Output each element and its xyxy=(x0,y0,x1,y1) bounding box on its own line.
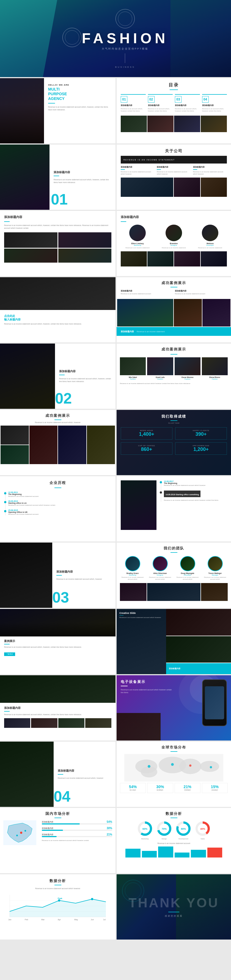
svg-text:Peak: Peak xyxy=(58,897,62,899)
creative-title: Creative Slide xyxy=(119,612,161,614)
stat1-val: 1,400+ xyxy=(123,431,170,437)
index-num1: 01 xyxy=(122,97,126,101)
slide9-title: 添加标题内容 xyxy=(56,570,111,574)
slide3-bignum: 01 xyxy=(51,192,68,207)
profile1: Ellen Lindsey Marketing Revenue is an in… xyxy=(121,224,154,248)
tl-event1: The Beginning xyxy=(8,493,111,495)
china-pct2: 30% xyxy=(107,827,112,830)
hello-label: HELLO! WE ARE xyxy=(48,84,111,86)
index-text1: Revenue is an account which, however cer… xyxy=(121,108,146,112)
stat4: APP DOWNLOAD 1,200+ xyxy=(175,442,227,455)
device-slide: 电子设备展示 Revenue is an income statement ac… xyxy=(117,675,231,740)
camera-text: Revenue is an income statement account w… xyxy=(4,323,111,325)
slide3-title: 添加标题内容 xyxy=(54,170,111,174)
team-grid-text: Revenue is an income statement account w… xyxy=(4,224,111,229)
cover-circle-outer xyxy=(62,28,82,47)
slide12-title: 添加标题内容 xyxy=(58,769,111,773)
case-col1: 添加标题内容 xyxy=(121,290,173,292)
world-market-title: 全球市场分布 xyxy=(120,745,228,750)
profile1-role: Marketing xyxy=(121,245,154,246)
tl-date3: 25.08.2015 xyxy=(8,509,111,511)
about-col1-text: Revenue is an income statement account w… xyxy=(121,171,155,175)
data-text: Revenue is an income statement account xyxy=(120,842,228,844)
about-title: 关于公司 xyxy=(121,149,227,154)
index-title1: 添加标题内容 xyxy=(121,104,146,107)
cover-circle-outer2 xyxy=(115,9,135,29)
svg-point-12 xyxy=(16,835,18,836)
about-col3: 添加标题内容 Revenue is an income statement ac… xyxy=(193,166,227,175)
thank-you-title: THANK YOU xyxy=(128,896,219,910)
team-m1-name: Bradley Grace xyxy=(120,572,145,574)
donut4: 40% Sales xyxy=(195,820,211,840)
thank-you-slide: THANK YOU 感谢您的观看 xyxy=(117,874,231,940)
svg-point-33 xyxy=(91,898,93,900)
slide3-text: Revenue is an income statement account w… xyxy=(54,178,111,184)
stat2: HAPPY CLIENTS 390+ xyxy=(175,427,227,440)
case-show-slide: 案例展示 Revenue is an income statement acco… xyxy=(0,609,115,674)
slide3-photo xyxy=(0,145,49,210)
tl-desc2: Revenue is an income statement account w… xyxy=(8,504,111,506)
timeline-slide2: 12.09.2017 The Beginning Revenue is an i… xyxy=(117,476,231,541)
profile1-name: Ellen Lindsey xyxy=(121,242,154,245)
svg-point-13 xyxy=(24,830,26,832)
tl2-desc1: Revenue is an income statement account w… xyxy=(164,484,227,487)
case-person4: Elena Rivero Fashion xyxy=(202,357,228,380)
world-market-slide: 全球市场分布 54% 亚太地区 30% 欧洲地区 xyxy=(117,741,231,807)
tl-date1: 12.09.2011 xyxy=(8,492,111,493)
fashion-slide: 添加标题内容 Revenue is an income statement ac… xyxy=(0,675,115,740)
cover-content: FASHION 大气时尚创意企业宣传PPT模板 BUSINESS xyxy=(82,9,168,68)
svg-text:Jun: Jun xyxy=(91,919,94,921)
device-text: Revenue is an income statement account w… xyxy=(121,689,174,694)
index-title3: 添加标题内容 xyxy=(175,104,200,107)
data-title: 数据分析 xyxy=(120,811,228,816)
slide12-photo xyxy=(0,741,54,807)
svg-text:May: May xyxy=(74,919,78,921)
profile3-role: Developer xyxy=(193,245,227,246)
svg-marker-31 xyxy=(9,899,106,917)
case-col2: 添加标题内容 xyxy=(175,290,227,292)
slide6-bignum: 02 xyxy=(55,391,72,406)
case-name4: Elena Rivero xyxy=(202,376,228,378)
tl2-desc2: Revenue is an income statement account w… xyxy=(164,499,227,501)
about-col2: 添加标题内容 Revenue is an income statement ac… xyxy=(157,166,191,175)
donut2: 70% Design xyxy=(156,820,172,840)
team-grid-title: 添加标题内容 xyxy=(4,215,111,219)
slide9-bignum: 03 xyxy=(52,590,69,605)
tl-date2: 26.09.2013 xyxy=(8,500,111,502)
profile2-name: Brandon xyxy=(157,242,191,245)
about-col2-text: Revenue is an income statement account w… xyxy=(157,171,191,175)
svg-point-9 xyxy=(210,766,212,768)
donut3: 80% Development xyxy=(175,820,191,840)
mosaic-slide: 成功案例展示 Revenue is an income statement ac… xyxy=(0,410,115,475)
camera-overlay: 点击此处 输入标题内容 Revenue is an income stateme… xyxy=(0,310,115,343)
world-stat2: 30% 欧洲地区 xyxy=(147,783,173,793)
about-slide: 关于公司 REVENUE IS AN INCOME STATEMENT 添加标题… xyxy=(117,145,231,210)
tl-event2: Starting office in LA xyxy=(8,502,111,504)
team-m4-name: Trevor Malinger xyxy=(203,572,228,574)
case-show-text: Revenue is an income statement account w… xyxy=(4,646,111,649)
cover-subtitle: 大气时尚创意企业宣传PPT模板 xyxy=(102,47,149,51)
index-title4: 添加标题内容 xyxy=(202,104,227,107)
about-col3-text: Revenue is an income statement account w… xyxy=(193,171,227,175)
index-num4: 04 xyxy=(204,97,207,101)
data-chart-title: 数据分析 xyxy=(4,878,111,883)
cover-model-right xyxy=(171,0,231,77)
china-map-svg xyxy=(3,820,36,845)
cover-slide: FASHION 大气时尚创意企业宣传PPT模板 BUSINESS xyxy=(0,0,231,77)
creative-text: Revenue is an income statement account w… xyxy=(119,616,161,619)
china-label3: 添加标题内容 xyxy=(42,833,53,836)
timeline-slide: 企业历程 12.09.2011 The Beginning Revenue is… xyxy=(0,476,115,541)
thank-you-subtitle: 感谢您的观看 xyxy=(128,915,219,918)
svg-text:60%: 60% xyxy=(142,827,147,830)
china-label2: 添加标题内容 xyxy=(42,827,53,830)
line-chart-svg: Peak Jan Feb Mar Apr May Jun Jul xyxy=(4,892,109,923)
svg-text:Feb: Feb xyxy=(25,919,28,921)
svg-point-6 xyxy=(148,765,150,768)
device-title: 电子设备展示 xyxy=(121,679,227,684)
team-title: 我们的团队 xyxy=(120,546,228,551)
world-stat4: 15% 其他地区 xyxy=(202,783,228,793)
case-grid-slide: 成功案例展示 Mia Zabel Fashion Grant Lafo Fash… xyxy=(117,344,231,409)
index-num3: 03 xyxy=(176,97,180,101)
hello-agency: MULTI PURPOSE AGENCY xyxy=(48,87,111,101)
profile2: Brandon Designer Revenue is an income st… xyxy=(157,224,191,248)
